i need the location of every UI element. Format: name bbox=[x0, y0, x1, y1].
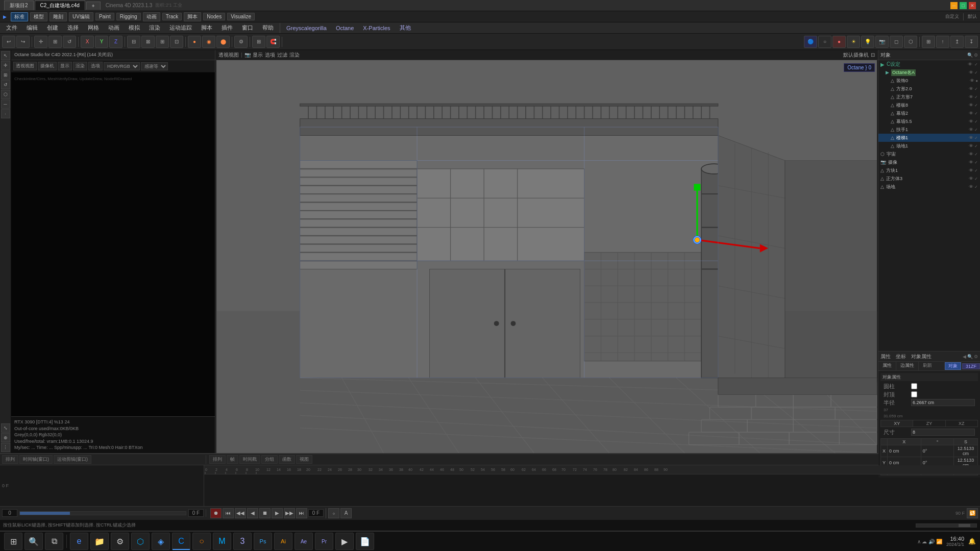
toolbar-rotate[interactable]: ↺ bbox=[63, 36, 76, 48]
tree-filter-icon[interactable]: ⚙ bbox=[974, 53, 978, 58]
tree-item-zft3[interactable]: △ 正方体3 👁 ✓ bbox=[878, 174, 980, 183]
taskbar-task-view[interactable]: ⧉ bbox=[45, 533, 63, 550]
anim-sub-func[interactable]: 函数 bbox=[279, 455, 295, 464]
transport-next-frame[interactable]: ▶▶ bbox=[284, 508, 295, 518]
props-tab-refresh[interactable]: 刷新 bbox=[919, 362, 936, 370]
toolbar-octane-1[interactable]: 🔵 bbox=[804, 36, 817, 48]
tree-search-icon[interactable]: 🔍 bbox=[967, 53, 973, 58]
transport-keyframe[interactable]: ⬦ bbox=[328, 508, 339, 518]
tree-item-0[interactable]: ▶ C设定 👁 ✓ bbox=[878, 60, 980, 68]
coord-y-pos[interactable] bbox=[889, 460, 919, 465]
taskbar-edge[interactable]: e bbox=[70, 533, 88, 550]
tree-vis-zs0[interactable]: 👁 bbox=[970, 78, 974, 83]
toolbar-fit[interactable]: ⊞ bbox=[922, 36, 935, 48]
taskbar-ae[interactable]: Ae bbox=[295, 533, 313, 550]
tree-item-fx20[interactable]: △ 方形2.0 👁 ✓ bbox=[878, 85, 980, 93]
viewport-options-menu[interactable]: 选项 bbox=[265, 52, 275, 59]
toolbar-scene-obj[interactable]: ⬡ bbox=[904, 36, 917, 48]
toolbar-snap[interactable]: 🧲 bbox=[266, 36, 280, 48]
viewport-filter-menu[interactable]: 过滤 bbox=[277, 52, 287, 59]
tree-vis-0[interactable]: 👁 bbox=[968, 62, 972, 67]
taskbar-premiere[interactable]: Pr bbox=[315, 533, 333, 550]
lp-btn-options[interactable]: 选项 bbox=[88, 62, 103, 70]
taskbar-media[interactable]: ▶ bbox=[335, 533, 354, 550]
coord-x-pos[interactable] bbox=[889, 448, 919, 454]
tree-item-lt1[interactable]: △ 楼梯1 👁 ✓ bbox=[878, 134, 980, 142]
anim-label-sort[interactable]: 排列 bbox=[2, 455, 18, 464]
lp-btn-camera[interactable]: 摄像机 bbox=[38, 62, 57, 70]
taskbar-app-maya[interactable]: M bbox=[213, 533, 231, 550]
tree-vis-mq2[interactable]: 👁 bbox=[969, 111, 973, 116]
taskbar-app-blender[interactable]: ○ bbox=[192, 533, 211, 550]
taskbar-c4d[interactable]: C bbox=[172, 533, 190, 550]
menu-file[interactable]: 文件 bbox=[2, 23, 21, 33]
menu-create[interactable]: 创建 bbox=[43, 23, 62, 33]
transport-prev-frame[interactable]: ◀◀ bbox=[235, 508, 246, 518]
toolbar-x[interactable]: X bbox=[81, 36, 94, 48]
prop-checkbox-cylinder[interactable] bbox=[911, 383, 917, 389]
lp-btn-render[interactable]: 渲染 bbox=[73, 62, 87, 70]
coord-y-rot[interactable] bbox=[923, 460, 952, 465]
taskbar-photoshop[interactable]: Ps bbox=[254, 533, 272, 550]
mode-deform-btn[interactable]: ⤡ bbox=[1, 423, 10, 433]
tree-vis-fs1[interactable]: 👁 bbox=[969, 127, 973, 132]
bottom-scrollbar[interactable] bbox=[916, 523, 977, 528]
maximize-button[interactable]: □ bbox=[960, 2, 967, 9]
taskbar-explorer[interactable]: 📁 bbox=[90, 533, 109, 550]
menu-window[interactable]: 窗口 bbox=[238, 23, 257, 33]
menu-script[interactable]: 脚本 bbox=[197, 23, 216, 33]
toolbar-render-region[interactable]: ◉ bbox=[202, 36, 215, 48]
tree-item-zfx7[interactable]: △ 正方形7 👁 ✓ bbox=[878, 93, 980, 101]
toolbar-grid[interactable]: ⊞ bbox=[252, 36, 265, 48]
menu-octane[interactable]: Octane bbox=[332, 24, 358, 32]
props-tab-attr[interactable]: 属性 bbox=[878, 362, 896, 370]
transport-play-back[interactable]: ◀ bbox=[247, 508, 258, 518]
toolbar-view4[interactable]: ⊡ bbox=[170, 36, 183, 48]
close-button[interactable]: ✕ bbox=[969, 2, 976, 9]
anim-sub-view[interactable]: 视图 bbox=[296, 455, 312, 464]
mode-dropdown[interactable]: 感谢等 bbox=[141, 62, 168, 70]
tree-item-mq55[interactable]: △ 幕墙5.5 👁 ✓ bbox=[878, 117, 980, 126]
toolbar-light2[interactable]: 💡 bbox=[861, 36, 874, 48]
mode-move-btn[interactable]: ✛ bbox=[1, 61, 10, 70]
tree-vis-yz[interactable]: 👁 bbox=[969, 152, 973, 157]
prop-field-radius[interactable] bbox=[911, 399, 975, 406]
tree-item-lb8[interactable]: △ 楼板8 👁 ✓ bbox=[878, 101, 980, 109]
transport-stop-btn[interactable]: ⏹ bbox=[259, 508, 271, 518]
tree-item-fk1[interactable]: △ 方块1 👁 ✓ bbox=[878, 166, 980, 174]
mode-btn-sculpt[interactable]: 雕刻 bbox=[50, 12, 67, 21]
toolbar-octane-3[interactable]: ● bbox=[832, 36, 846, 48]
toolbar-top-view[interactable]: ↑ bbox=[936, 36, 949, 48]
props-tab-edge[interactable]: 边属性 bbox=[896, 362, 919, 370]
prop-checkbox-cap[interactable] bbox=[911, 391, 917, 397]
mode-extra-btn[interactable]: ⋮ bbox=[1, 443, 10, 452]
mode-point-btn[interactable]: · bbox=[1, 109, 10, 118]
props-search[interactable]: 🔍 bbox=[967, 354, 973, 359]
toolbar-render-small[interactable]: ● bbox=[188, 36, 201, 48]
anim-sub-frame[interactable]: 帧 bbox=[227, 455, 238, 464]
tree-item-zs0[interactable]: △ 装饰0 👁 ● bbox=[878, 77, 980, 85]
toolbar-export[interactable]: ↥ bbox=[950, 36, 964, 48]
menu-greyscalegorilla[interactable]: Greyscalegorilla bbox=[282, 24, 331, 32]
tree-vis-zft3[interactable]: 👁 bbox=[969, 176, 973, 181]
taskbar-illustrator[interactable]: Ai bbox=[274, 533, 292, 550]
tree-item-fs1[interactable]: △ 扶手1 👁 ✓ bbox=[878, 126, 980, 134]
taskbar-vscode[interactable]: ◈ bbox=[152, 533, 170, 550]
mode-poly-btn[interactable]: ⬡ bbox=[1, 90, 10, 99]
menu-edit[interactable]: 编辑 bbox=[22, 23, 42, 33]
mode-btn-track[interactable]: Track bbox=[162, 13, 182, 20]
transport-autokey[interactable]: A bbox=[340, 508, 352, 518]
tree-item-octane[interactable]: ▶ Octane名A 👁 ✓ bbox=[878, 68, 980, 77]
viewport-mode-menu[interactable]: 透视视图 bbox=[218, 52, 239, 59]
mode-btn-model[interactable]: 模型 bbox=[30, 12, 47, 21]
toolbar-z[interactable]: Z bbox=[109, 36, 122, 48]
tree-vis-cdd[interactable]: 👁 bbox=[969, 184, 973, 189]
tree-vis-cd1[interactable]: 👁 bbox=[969, 143, 973, 148]
tree-vis-sx[interactable]: 👁 bbox=[969, 160, 973, 165]
prop-field-size[interactable] bbox=[911, 429, 975, 436]
toolbar-mat[interactable]: ◻ bbox=[890, 36, 903, 48]
taskbar-store[interactable]: ⬡ bbox=[131, 533, 150, 550]
menu-anim[interactable]: 动画 bbox=[104, 23, 124, 33]
mode-edge-btn[interactable]: ─ bbox=[1, 99, 10, 109]
minimize-button[interactable]: ─ bbox=[950, 2, 958, 9]
